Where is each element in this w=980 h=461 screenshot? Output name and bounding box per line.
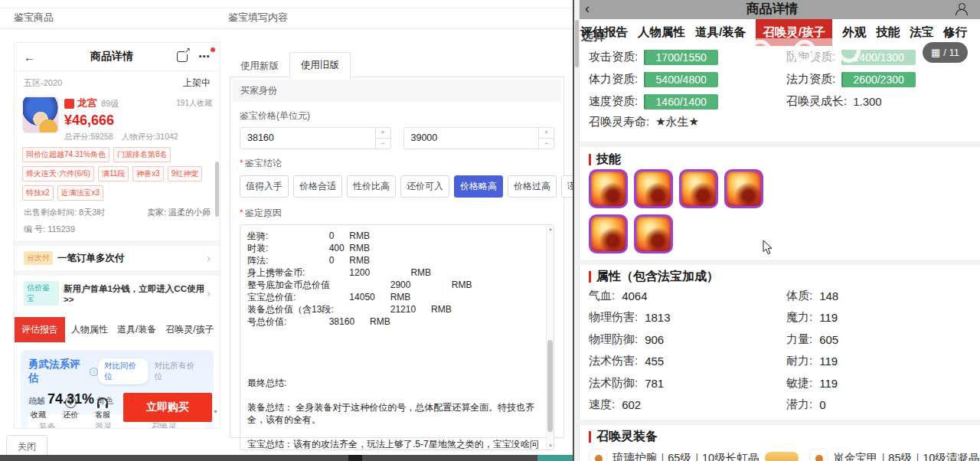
aptitude-stat: 法力资质: 2600/2300 [778,68,975,90]
textarea-scrollbar[interactable]: ▲ ▼ [546,225,554,450]
product-summary[interactable]: 龙宫 89级 191人收藏 ¥46,666 总评分:59258 人物评分:310… [15,93,220,142]
price: ¥46,666 [64,113,212,129]
version-tab[interactable]: 使用新版 [230,54,289,79]
report-tab[interactable]: 道具/装备 [113,317,161,342]
video-timeline-bar[interactable] [0,455,573,461]
detail-tab[interactable]: 道具/装备 [695,25,746,41]
skill-icon[interactable] [589,214,628,253]
equipment-item[interactable]: 琉璃护腕｜65级｜10级长虹晶 [589,449,799,461]
summon-detail-panel: ‹ 商品详情 评估报告人物属性道具/装备召唤灵/孩子外观技能法宝修行 选择 攻击… [573,0,980,461]
detail-tab[interactable]: 外观 [842,25,866,41]
installment-row[interactable]: 分次付 一笔订单多次付 › [15,246,220,270]
compare-toggle-option[interactable]: 对比所有价位 [149,358,206,384]
bargain-button[interactable]: ¥ 还价 [54,394,87,420]
grid-icon: ▦ [931,47,940,58]
detail-tab[interactable]: 技能 [876,25,900,41]
conclusion-label: *鉴宝结论 [240,157,554,170]
game-badge-icon [64,99,74,109]
section-accent-bar [589,271,591,283]
spinner-down-icon[interactable]: − [376,139,390,149]
character-score: 人物评分:31042 [122,132,178,141]
version-tab[interactable]: 使用旧版 [289,52,351,79]
mobile-top-bar: ‹ 商品详情 [574,0,980,19]
skill-icon[interactable] [589,169,628,208]
divider-band [580,420,980,425]
conclusion-option-button[interactable]: 值得入手 [240,175,289,198]
buyer-identity-section[interactable]: 买家身份 [233,80,561,102]
textarea-scrollbar-thumb[interactable] [547,340,553,432]
right-panel-scrollbar[interactable] [574,0,580,461]
left-panel-title: 鉴宝商品 [14,11,54,25]
number-spinner[interactable]: + − [538,128,554,149]
installment-tag: 分次付 [24,251,53,265]
appraisal-form: 买家身份 鉴宝价格(单位元) 38160 + − 39000 + [230,77,564,438]
attribute-row: 速度: 602 [580,394,778,417]
scroll-up-icon[interactable]: ▲ [547,227,554,231]
equipment-item[interactable]: 岚金宝甲｜85级｜10级清凝晶 [809,449,979,461]
right-panel-scrollbar-thumb[interactable] [575,20,579,67]
back-icon[interactable]: ← [24,51,47,64]
aptitude-stat: 速度资质: 1460/1400 [580,90,778,113]
photo-count-badge[interactable]: ▦ / 11 [923,42,968,63]
timeline-marker [348,455,362,461]
skill-icon[interactable] [634,214,673,253]
report-tab[interactable]: 评估报告 [15,317,65,342]
detail-tab[interactable]: 修行 [943,25,967,41]
report-tab[interactable]: 外观 [219,317,220,342]
favorites-count: 191人收藏 [176,98,212,109]
character-level: 89级 [101,98,119,110]
divider [0,28,220,29]
attribute-row: 物理防御: 906 [580,329,778,351]
seller-name: 卖家: 温柔的小师 [147,207,211,218]
spinner-up-icon[interactable]: + [376,128,390,139]
listing-meta-row: 五区-2020 上架中 [15,71,220,93]
profile-icon[interactable] [955,3,968,15]
conclusion-option-button[interactable]: 性价比高 [347,175,396,198]
appraisal-price-input-2[interactable]: 39000 + − [403,127,555,149]
number-spinner[interactable]: + − [375,128,390,149]
detail-tab[interactable]: 人物属性 [638,25,685,41]
report-tab[interactable]: 人物属性 [67,317,113,342]
detail-tab[interactable]: 召唤灵/孩子 [756,19,832,46]
appraisal-product-panel: 鉴宝商品 ← 商品详情 ↗ ⋯ ▼ 五区-2020 上架中 龙宫 [0,0,222,461]
detail-tab[interactable]: 评估报告 [580,25,628,41]
buy-now-button[interactable]: 立即购买 [123,393,212,422]
feature-tag: 神兽x3 [132,166,164,181]
feature-tags: 同价位超越74.31%角色门派排名第8名烽火连天·六件(6/6)满11段神兽x3… [15,142,220,201]
skill-icon[interactable] [634,169,673,208]
info-icon[interactable]: i [90,368,98,376]
skill-icon[interactable] [724,169,763,208]
skill-icons [589,169,766,253]
conclusion-option-button[interactable]: 还价可入 [400,175,449,198]
surpass-stat: 器灵 超越93.6% [89,421,145,429]
yuan-icon: ¥ [65,397,77,408]
attribute-row: 气血: 4064 [580,285,778,307]
favorite-button[interactable]: ☆ 收藏 [22,394,54,420]
promo-row[interactable]: 估价鉴宝 新用户首单1分钱，立即进入CC使用>> › [15,276,220,311]
customer-service-button[interactable]: 客服 [87,394,119,420]
section-accent-bar [589,154,591,165]
skill-icon[interactable] [679,169,718,208]
share-icon[interactable]: ↗ [177,51,188,62]
photo-count: / 11 [943,47,959,58]
scroll-down-icon[interactable]: ▼ [547,443,554,448]
report-tab[interactable]: 召唤灵/孩子 [161,317,218,342]
aptitude-stats: 攻击资质: 1700/1550 防御资质: 1400/1300 体力资质: 54… [580,46,975,113]
conclusion-option-button[interactable]: 价格合适 [293,175,342,198]
conclusion-option-button[interactable]: 价格略高 [454,175,503,198]
spinner-down-icon[interactable]: − [539,139,554,149]
reason-textarea[interactable]: 坐骑: 0 RMB 时装: 400 RMB 阵法: 0 RMB 身上携带金币: … [240,224,554,450]
card-scrollbar-thumb[interactable] [215,162,219,217]
more-icon[interactable]: ⋯ [198,50,211,64]
reason-label: *鉴定原因 [240,207,554,220]
attribute-row: 魔力: 119 [778,307,975,329]
feature-tag: 特技x2 [22,185,54,201]
price-label: 鉴宝价格(单位元) [240,110,554,123]
compare-toggle-option[interactable]: 对比同价位 [98,358,149,384]
spinner-up-icon[interactable]: + [539,128,554,139]
attribute-row: 法术伤害: 455 [580,351,778,373]
feature-tag: 满11段 [98,166,129,181]
conclusion-option-button[interactable]: 价格过高 [508,175,557,198]
appraisal-price-input-1[interactable]: 38160 + − [240,127,391,149]
detail-tab[interactable]: 法宝 [910,25,933,41]
